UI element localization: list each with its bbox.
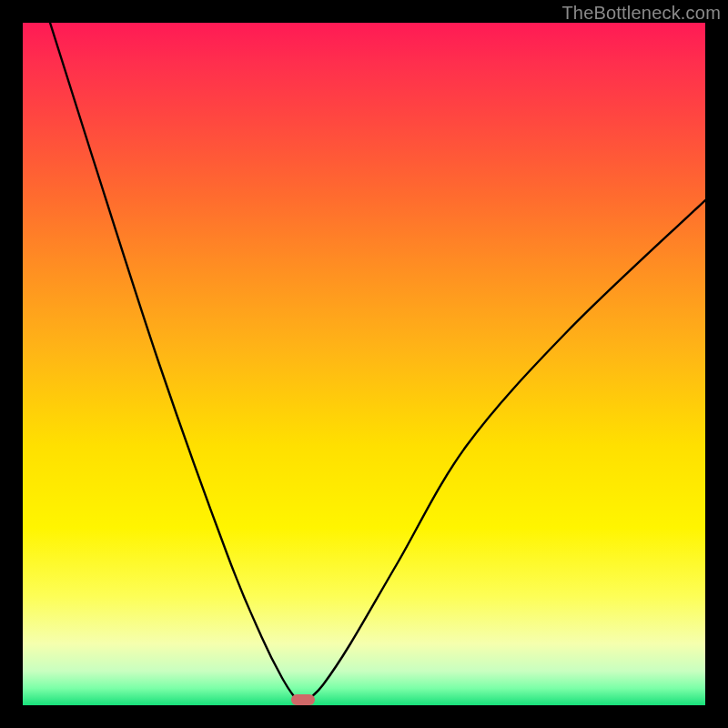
curve-svg xyxy=(23,23,705,705)
optimum-marker xyxy=(291,694,315,705)
bottleneck-curve xyxy=(50,23,705,702)
chart-container: TheBottleneck.com xyxy=(0,0,728,728)
watermark-text: TheBottleneck.com xyxy=(561,3,721,24)
plot-area xyxy=(23,23,705,705)
